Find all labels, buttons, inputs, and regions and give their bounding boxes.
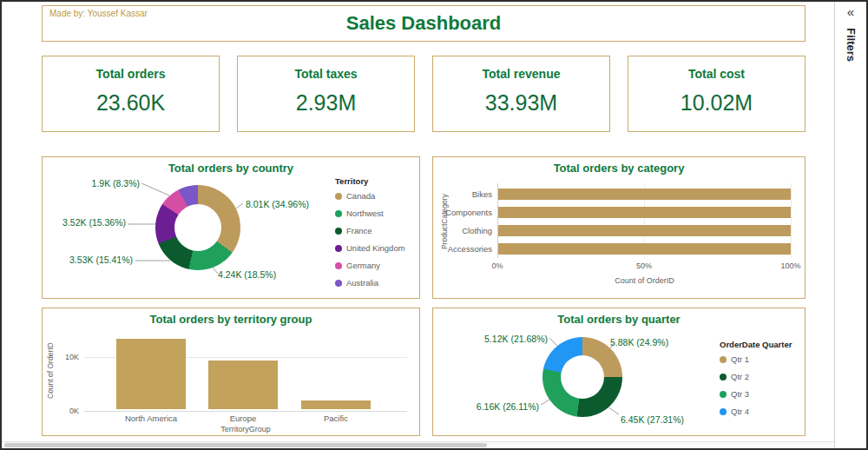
legend-item-qtr4[interactable]: Qtr 4 [720, 407, 792, 416]
gridline [791, 183, 792, 258]
header-panel[interactable]: Made by: Youssef Kassar Sales Dashboard [42, 5, 806, 42]
legend-item-australia[interactable]: Australia [335, 278, 405, 288]
bar-pacific[interactable] [301, 400, 371, 409]
kpi-value: 10.02M [628, 90, 805, 116]
legend-label: United Kingdom [346, 243, 405, 253]
chart-title: Total orders by quarter [433, 308, 805, 326]
category-label-north-america: North America [105, 414, 197, 423]
x-axis-title: Count of OrderID [498, 276, 791, 285]
category-label-europe: Europe [197, 414, 289, 423]
kpi-value: 23.60K [43, 90, 219, 116]
donut-hole [174, 204, 221, 251]
data-label-qtr1: 5.88K (24.9%) [610, 337, 668, 347]
report-window: Made by: Youssef Kassar Sales Dashboard … [0, 0, 868, 450]
filters-pane[interactable]: « Filters [834, 2, 866, 448]
legend-orderdate-quarter: OrderDate Quarter Qtr 1 Qtr 2 Qtr 3 Qtr … [720, 340, 792, 424]
data-label-qtr3: 6.16K (26.11%) [433, 401, 539, 412]
legend-marker [335, 193, 342, 200]
x-tick: 50% [632, 261, 656, 270]
legend-marker [335, 262, 342, 269]
chart-title: Total orders by country [43, 157, 419, 175]
kpi-card-total-cost[interactable]: Total cost 10.02M [628, 56, 806, 132]
data-label-united-kingdom: 3.52K (15.36%) [43, 217, 126, 228]
bar-bikes[interactable] [498, 189, 791, 200]
legend-item-germany[interactable]: Germany [335, 261, 405, 270]
category-label-clothing: Clothing [433, 226, 492, 235]
collapse-pane-icon[interactable]: « [847, 2, 854, 19]
data-label-france: 3.53K (15.41%) [43, 255, 133, 265]
legend-marker [335, 210, 342, 217]
donut-hole [561, 355, 604, 399]
horizontal-scrollbar[interactable] [2, 441, 834, 448]
category-label-components: Components [433, 208, 492, 217]
kpi-title: Total cost [628, 67, 805, 81]
legend-item-northwest[interactable]: Northwest [335, 208, 405, 218]
legend-label: Australia [346, 278, 378, 288]
kpi-card-total-revenue[interactable]: Total revenue 33.93M [432, 56, 610, 132]
bar-clothing[interactable] [498, 225, 791, 236]
chart-orders-by-country[interactable]: Total orders by country 8.01K (34.96%) 4… [42, 156, 420, 299]
data-label-canada: 8.01K (34.96%) [246, 199, 309, 209]
legend-title: Territory [335, 176, 405, 186]
bar-accessories[interactable] [498, 243, 791, 255]
y-tick: 0K [55, 407, 79, 415]
category-label-pacific: Pacific [290, 414, 382, 423]
legend-item-canada[interactable]: Canada [335, 191, 405, 201]
legend-label: France [346, 226, 372, 235]
legend-label: Qtr 1 [731, 354, 749, 364]
x-tick: 100% [777, 261, 805, 270]
kpi-value: 2.93M [238, 90, 414, 116]
bar-europe[interactable] [208, 361, 278, 409]
legend-label: Germany [346, 261, 380, 270]
legend-item-france[interactable]: France [335, 226, 405, 235]
legend-item-qtr1[interactable]: Qtr 1 [720, 354, 792, 364]
data-label-northwest: 4.24K (18.5%) [218, 269, 276, 280]
data-label-qtr4: 5.12K (21.68%) [433, 334, 548, 344]
legend-item-united-kingdom[interactable]: United Kingdom [335, 243, 405, 253]
bar-components[interactable] [498, 207, 791, 218]
chart-orders-by-category[interactable]: Total orders by category ProductCategory… [432, 156, 806, 299]
legend-label: Northwest [346, 208, 384, 218]
filters-pane-title: Filters [845, 28, 858, 62]
data-label-qtr2: 6.45K (27.31%) [621, 414, 684, 425]
y-tick: 10K [55, 353, 79, 361]
category-label-bikes: Bikes [433, 189, 492, 199]
kpi-row: Total orders 23.60K Total taxes 2.93M To… [42, 56, 806, 132]
category-label-accessories: Accessories [433, 244, 492, 254]
legend-label: Qtr 4 [731, 407, 749, 416]
donut-chart-country[interactable] [155, 185, 240, 270]
legend-marker [335, 280, 342, 287]
kpi-title: Total orders [43, 67, 219, 81]
legend-marker [720, 374, 727, 381]
kpi-title: Total taxes [238, 67, 414, 81]
donut-chart-quarter[interactable] [542, 337, 622, 417]
legend-item-qtr3[interactable]: Qtr 3 [720, 389, 792, 399]
x-tick: 0% [485, 261, 510, 270]
chart-orders-by-quarter[interactable]: Total orders by quarter 5.88K (24.9%) 6.… [432, 308, 806, 436]
chart-orders-by-territory-group[interactable]: Total orders by territory group Count of… [42, 308, 420, 436]
kpi-card-total-taxes[interactable]: Total taxes 2.93M [237, 56, 415, 132]
chart-title: Total orders by territory group [43, 308, 419, 326]
data-label-germany: 1.9K (8.3%) [43, 178, 140, 189]
kpi-title: Total revenue [433, 67, 609, 81]
kpi-card-total-orders[interactable]: Total orders 23.60K [42, 56, 220, 132]
x-axis-title: TerritoryGroup [84, 425, 407, 433]
legend-marker [720, 391, 727, 398]
legend-label: Canada [346, 191, 375, 201]
legend-marker [335, 228, 342, 235]
legend-marker [720, 356, 727, 363]
page-title: Sales Dashboard [43, 6, 805, 41]
legend-title: OrderDate Quarter [720, 340, 792, 349]
bar-north-america[interactable] [116, 339, 186, 409]
axis-baseline [84, 411, 407, 412]
legend-item-qtr2[interactable]: Qtr 2 [720, 372, 792, 381]
legend-territory: Territory Canada Northwest France United… [335, 176, 405, 295]
kpi-value: 33.93M [433, 90, 609, 116]
legend-label: Qtr 2 [731, 372, 749, 381]
y-axis-title: Count of OrderID [46, 331, 55, 411]
scrollbar-handle[interactable] [4, 443, 487, 447]
legend-marker [335, 245, 342, 252]
made-by-text: Made by: Youssef Kassar [49, 9, 148, 18]
chart-title: Total orders by category [433, 157, 805, 175]
legend-marker [720, 408, 727, 415]
